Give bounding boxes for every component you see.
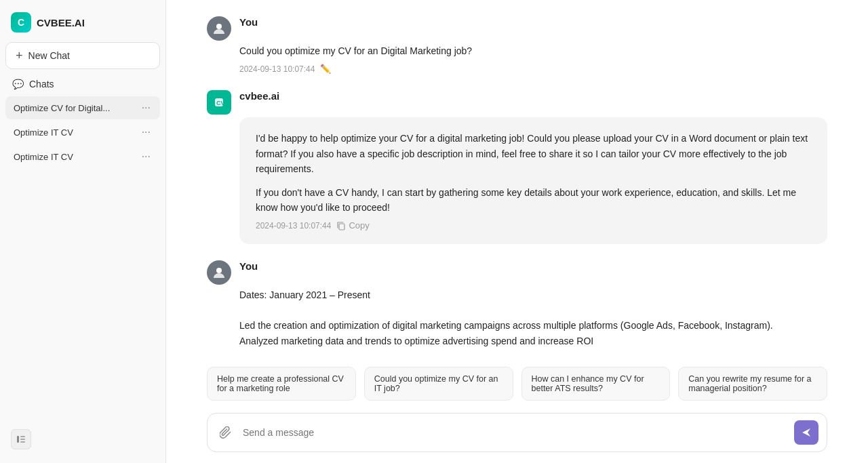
input-box <box>207 413 827 452</box>
send-button[interactable] <box>794 420 818 445</box>
logo-icon: C <box>11 12 31 33</box>
ai-avatar: CV <box>207 90 231 115</box>
input-area <box>166 406 868 463</box>
suggestion-chips: Help me create a professional CV for a m… <box>166 361 868 406</box>
user2-line-2: Analyzed marketing data and trends to op… <box>239 336 593 346</box>
svg-rect-3 <box>20 441 25 443</box>
ai-bubble: I'd be happy to help optimize your CV fo… <box>239 117 827 244</box>
suggestion-chip-4[interactable]: Can you rewrite my resume for a manageri… <box>678 367 827 401</box>
copy-icon <box>336 221 346 230</box>
ai-message-text: I'd be happy to help optimize your CV fo… <box>256 131 811 215</box>
main-content: You Could you optimize my CV for an Digi… <box>166 0 868 463</box>
more-options-icon[interactable]: ··· <box>140 102 152 114</box>
message-header: You <box>207 16 827 41</box>
sidebar-item-chat-1[interactable]: Optimize CV for Digital... ··· <box>5 96 160 119</box>
user2-line-1: Led the creation and optimization of dig… <box>239 320 773 331</box>
message-content: Could you optimize my CV for an Digital … <box>239 43 827 74</box>
svg-rect-7 <box>339 224 344 230</box>
svg-rect-1 <box>20 436 25 437</box>
ai-avatar-icon: CV <box>212 96 226 109</box>
message-header: CV cvbee.ai <box>207 90 827 115</box>
chat-item-name: Optimize CV for Digital... <box>14 103 140 113</box>
sidebar-item-chat-3[interactable]: Optimize IT CV ··· <box>5 145 160 168</box>
chats-section-label: 💬 Chats <box>5 75 160 94</box>
edit-icon[interactable]: ✏️ <box>320 64 331 74</box>
message-block-ai: CV cvbee.ai I'd be happy to help optimiz… <box>207 90 827 244</box>
message-block-user-1: You Could you optimize my CV for an Digi… <box>207 16 827 74</box>
message-block-user-2: You Dates: January 2021 – Present Led th… <box>207 260 827 348</box>
chat-bubble-icon: 💬 <box>12 79 24 89</box>
message-input[interactable] <box>243 427 787 438</box>
user2-dates-text: Dates: January 2021 – Present Led the cr… <box>239 287 827 348</box>
more-options-icon[interactable]: ··· <box>140 126 152 138</box>
message-timestamp: 2024-09-13 10:07:44 <box>239 64 315 74</box>
messages-area: You Could you optimize my CV for an Digi… <box>166 0 868 361</box>
new-chat-label: New Chat <box>28 50 70 61</box>
ai-paragraph-1: I'd be happy to help optimize your CV fo… <box>256 131 811 176</box>
svg-point-4 <box>216 24 222 29</box>
user-avatar-icon-2 <box>212 266 226 279</box>
chat-item-name: Optimize IT CV <box>14 127 140 138</box>
sidebar-item-chat-2[interactable]: Optimize IT CV ··· <box>5 121 160 144</box>
app-name: CVBEE.AI <box>37 17 85 28</box>
suggestion-chip-3[interactable]: How can I enhance my CV for better ATS r… <box>521 367 671 401</box>
svg-point-8 <box>216 268 222 273</box>
chat-item-name: Optimize IT CV <box>14 152 140 162</box>
more-options-icon[interactable]: ··· <box>140 150 152 163</box>
suggestion-chip-2[interactable]: Could you optimize my CV for an IT job? <box>364 367 513 401</box>
ai-paragraph-2: If you don't have a CV handy, I can star… <box>256 185 811 216</box>
plus-icon: + <box>16 49 23 62</box>
ai-message-content: I'd be happy to help optimize your CV fo… <box>239 117 827 244</box>
send-icon <box>801 427 812 438</box>
copy-button[interactable]: Copy <box>336 220 369 230</box>
collapse-sidebar-button[interactable] <box>11 429 31 449</box>
user2-message-content: Dates: January 2021 – Present Led the cr… <box>239 287 827 348</box>
ai-message-meta: 2024-09-13 10:07:44 Copy <box>256 220 811 230</box>
ai-timestamp: 2024-09-13 10:07:44 <box>256 221 331 230</box>
message-header: You <box>207 260 827 285</box>
message-meta: 2024-09-13 10:07:44 ✏️ <box>239 64 827 74</box>
sidebar-collapse-icon <box>16 434 26 445</box>
attach-icon <box>220 426 232 439</box>
user-avatar <box>207 16 231 41</box>
ai-sender: cvbee.ai <box>239 90 279 102</box>
sidebar-bottom <box>5 424 160 455</box>
svg-rect-2 <box>20 439 25 440</box>
logo-area: C CVBEE.AI <box>5 8 160 42</box>
sidebar: C CVBEE.AI + New Chat 💬 Chats Optimize C… <box>0 0 166 463</box>
message-text: Could you optimize my CV for an Digital … <box>239 43 827 58</box>
user-avatar-icon <box>212 22 226 35</box>
user-avatar-2 <box>207 260 231 285</box>
svg-rect-0 <box>17 436 19 443</box>
message-sender: You <box>239 16 258 28</box>
new-chat-button[interactable]: + New Chat <box>5 42 160 69</box>
attach-button[interactable] <box>216 422 236 443</box>
suggestion-chip-1[interactable]: Help me create a professional CV for a m… <box>207 367 356 401</box>
svg-text:CV: CV <box>216 100 225 106</box>
message-sender-2: You <box>239 260 258 272</box>
